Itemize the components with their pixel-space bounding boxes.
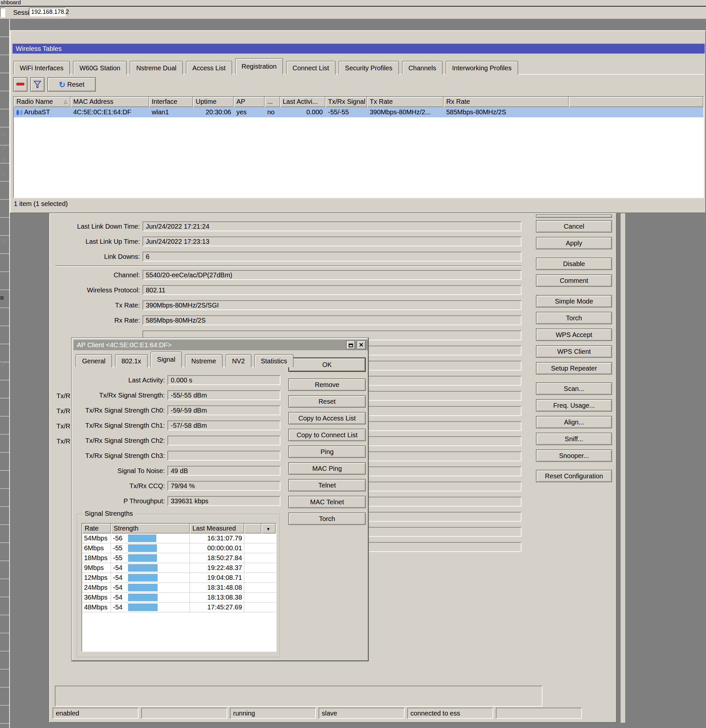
cell-rate: 54Mbps	[82, 533, 111, 543]
sniff-button[interactable]: Sniff...	[536, 433, 612, 445]
torch-button[interactable]: Torch	[536, 312, 612, 324]
cell-tx-rx-signal: -55/-55	[326, 107, 367, 117]
signal-row[interactable]: 54Mbps -56 16:31:07.79	[82, 533, 276, 543]
session-input[interactable]: 192.168.178.2	[29, 7, 66, 16]
signal-row[interactable]: 6Mbps -55 00:00:00.01	[82, 543, 276, 553]
tab-wifi-interfaces[interactable]: WiFi Interfaces	[13, 61, 70, 75]
signal-row[interactable]: 18Mbps -55 18:50:27.84	[82, 553, 276, 563]
tab-w60g-station[interactable]: W60G Station	[73, 61, 127, 75]
column-header-strength[interactable]: Strength	[111, 524, 190, 533]
reset-button-dialog[interactable]: Reset	[288, 395, 366, 408]
comment-button[interactable]: Comment	[536, 274, 612, 287]
dialog-titlebar[interactable]: AP Client <4C:5E:0C:E1:64:DF> ×	[73, 340, 368, 350]
column-header-uptime[interactable]: Uptime	[193, 97, 234, 107]
strength-bar	[128, 594, 158, 601]
tab-security-profiles[interactable]: Security Profiles	[339, 61, 399, 75]
tab-access-list[interactable]: Access List	[186, 61, 232, 75]
field-value	[167, 436, 280, 445]
ping-button[interactable]: Ping	[288, 445, 366, 458]
expand-arrow-icon[interactable]: ▷	[1, 156, 7, 163]
telnet-button[interactable]: Telnet	[288, 479, 366, 491]
table-row[interactable]: ArubaST 4C:5E:0C:E1:64:DF wlan1 20:30:06…	[14, 107, 703, 117]
expand-arrow-icon[interactable]: ▷	[1, 143, 7, 150]
column-header-interface[interactable]: Interface	[149, 97, 193, 107]
strength-bar	[128, 564, 158, 572]
column-header-mac-address[interactable]: MAC Address	[71, 97, 149, 107]
setup-repeater-button[interactable]: Setup Repeater	[536, 362, 612, 374]
remove-button[interactable]: Remove	[288, 378, 366, 391]
apply-button[interactable]: Apply	[536, 237, 612, 249]
column-header-tx-rate[interactable]: Tx Rate	[367, 97, 444, 107]
wireless-tables-window: Wireless Tables WiFi Interfaces W60G Sta…	[10, 30, 706, 213]
copy-to-connect-list-button[interactable]: Copy to Connect List	[288, 429, 366, 441]
mac-ping-button[interactable]: MAC Ping	[288, 462, 366, 475]
snooper-button[interactable]: Snooper...	[536, 449, 612, 462]
cancel-button[interactable]: Cancel	[536, 220, 612, 233]
wps-accept-button[interactable]: WPS Accept	[536, 328, 612, 341]
signal-row[interactable]: 48Mbps -54 17:45:27.69	[82, 602, 276, 612]
tab-nstreme[interactable]: Nstreme	[185, 354, 223, 367]
copy-to-access-list-button[interactable]: Copy to Access List	[288, 412, 366, 425]
signal-row[interactable]: 36Mbps -54 18:13:08.38	[82, 593, 276, 602]
column-dropdown-button[interactable]: ▼	[261, 524, 276, 533]
scroll-strip[interactable]	[621, 213, 625, 723]
cell-radio-name: ArubaST	[14, 107, 71, 117]
field-value: Jun/24/2022 17:23:13	[143, 237, 522, 246]
torch-button-dialog[interactable]: Torch	[288, 513, 366, 525]
column-header-rate[interactable]: Rate	[82, 524, 111, 533]
signal-row[interactable]: 24Mbps -54 18:31:48.08	[82, 583, 276, 593]
list-status-text: 1 item (1 selected)	[14, 200, 68, 208]
scan-button[interactable]: Scan...	[536, 383, 612, 395]
remove-entry-button[interactable]	[13, 77, 27, 92]
maximize-button[interactable]	[346, 340, 355, 350]
window-title: Wireless Tables	[16, 45, 62, 52]
expand-arrow-icon[interactable]: ▷	[1, 169, 7, 176]
reset-icon: ↻	[59, 80, 65, 89]
cell-rate: 48Mbps	[82, 602, 111, 612]
disable-button[interactable]: Disable	[536, 257, 612, 270]
column-header-last-measured[interactable]: Last Measured	[190, 524, 244, 533]
filter-button[interactable]	[30, 77, 45, 92]
tab-general[interactable]: General	[75, 354, 112, 367]
screen: shboard Session: 192.168.178.2 ▷ ▷ ▷ ▷ ▷…	[0, 0, 706, 728]
tab-interworking-profiles[interactable]: Interworking Profiles	[445, 61, 518, 75]
simple-mode-button[interactable]: Simple Mode	[536, 295, 612, 308]
wps-client-button[interactable]: WPS Client	[536, 345, 612, 358]
column-header-last-activity[interactable]: Last Activi...	[280, 97, 326, 107]
tab-connect-list[interactable]: Connect List	[286, 61, 336, 75]
tab-8021x[interactable]: 802.1x	[115, 354, 148, 367]
align-button[interactable]: Align...	[536, 416, 612, 428]
reset-configuration-button[interactable]: Reset Configuration	[536, 470, 612, 482]
cell-last-measured: 16:31:07.79	[190, 533, 244, 543]
column-header-tx-rx-signal[interactable]: Tx/Rx Signal ...	[326, 97, 367, 107]
freq-usage-button[interactable]: Freq. Usage...	[536, 399, 612, 412]
mac-telnet-button[interactable]: MAC Telnet	[288, 496, 366, 508]
sidebar-fragment: =	[0, 294, 4, 302]
field-label: Tx/Rx Signal Strength Ch1:	[77, 422, 165, 429]
cell-strength: -54	[111, 593, 190, 602]
window-titlebar[interactable]: Wireless Tables	[13, 44, 705, 53]
signal-row[interactable]: 9Mbps -54 19:22:48.37	[82, 563, 276, 573]
expand-arrow-icon[interactable]: ▷	[1, 237, 7, 244]
partial-toolbar-button[interactable]	[0, 7, 5, 17]
tab-nstreme-dual[interactable]: Nstreme Dual	[130, 61, 183, 75]
tab-nv2[interactable]: NV2	[226, 354, 252, 367]
field-label: Signal To Noise:	[77, 467, 165, 475]
signal-row[interactable]: 12Mbps -54 19:04:08.71	[82, 573, 276, 583]
cell-ap: yes	[234, 107, 265, 117]
expand-arrow-icon[interactable]: ▷	[1, 130, 7, 137]
expand-arrow-icon[interactable]: ▷	[1, 360, 7, 367]
partial-button[interactable]	[536, 215, 612, 218]
column-header-dots[interactable]: ...	[265, 97, 280, 107]
tab-channels[interactable]: Channels	[402, 61, 443, 75]
strength-bar	[128, 604, 158, 611]
reset-button[interactable]: ↻ Reset	[47, 77, 96, 92]
ok-button[interactable]: OK	[288, 357, 366, 372]
column-header-ap[interactable]: AP	[234, 97, 265, 107]
tab-statistics[interactable]: Statistics	[254, 354, 294, 367]
close-button[interactable]: ×	[357, 340, 366, 350]
column-header-radio-name[interactable]: Radio Name △	[14, 97, 71, 107]
column-header-rx-rate[interactable]: Rx Rate	[444, 97, 569, 107]
tab-registration[interactable]: Registration	[235, 58, 283, 75]
tab-signal[interactable]: Signal	[150, 351, 182, 367]
